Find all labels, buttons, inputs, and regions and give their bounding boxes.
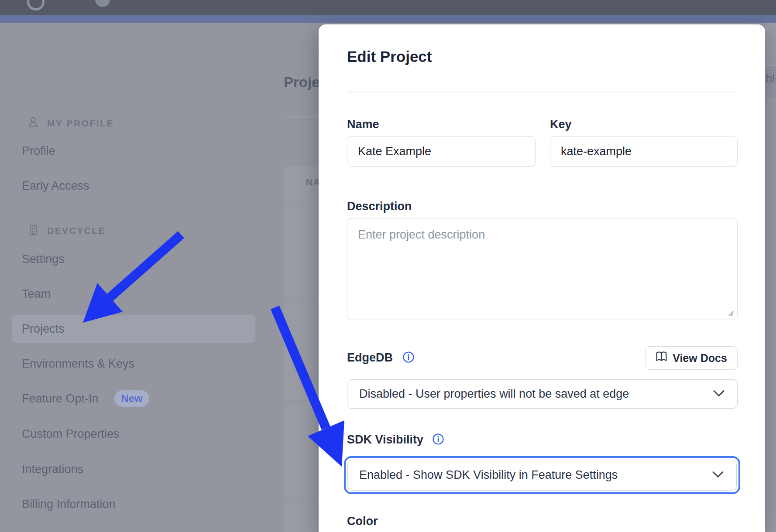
top-navigation-bar [0, 0, 776, 15]
name-input[interactable] [347, 136, 536, 167]
resize-handle-icon[interactable] [724, 307, 734, 317]
topbar-accent-bar [0, 15, 776, 23]
edgedb-label: EdgeDB [347, 350, 393, 365]
edit-project-modal: Edit Project Name Key Description EdgeDB… [319, 24, 765, 532]
sidebar-item-environments-keys[interactable]: Environments & Keys [22, 356, 134, 371]
sidebar-item-integrations[interactable]: Integrations [22, 462, 83, 477]
info-icon[interactable] [432, 433, 444, 445]
background-table-header-partial: NA [306, 177, 319, 188]
sidebar-item-projects[interactable]: Projects [22, 321, 65, 336]
description-textarea[interactable] [347, 218, 738, 320]
background-right-sliver: ble [765, 23, 776, 532]
sidebar-item-custom-properties[interactable]: Custom Properties [22, 426, 120, 441]
key-label: Key [550, 117, 572, 132]
modal-title-divider [347, 92, 738, 92]
view-docs-label: View Docs [673, 352, 727, 365]
key-input[interactable] [550, 136, 738, 167]
name-label: Name [347, 117, 379, 132]
building-icon [27, 224, 39, 236]
sidebar-item-early-access[interactable]: Early Access [22, 178, 89, 193]
arrow-to-projects [83, 231, 184, 323]
chevron-down-icon [712, 471, 724, 480]
info-icon[interactable] [402, 351, 415, 363]
background-right-text-partial: ble [766, 72, 776, 85]
view-docs-button[interactable]: View Docs [645, 346, 738, 370]
background-page-title-partial: Proje [284, 74, 319, 92]
modal-title: Edit Project [347, 47, 432, 66]
background-title-divider [284, 116, 319, 117]
edgedb-selected-option: Disabled - User properties will not be s… [347, 387, 629, 401]
person-icon [27, 116, 39, 128]
background-table-card: NA [284, 166, 319, 532]
chevron-down-icon [713, 389, 725, 399]
edgedb-select[interactable]: Disabled - User properties will not be s… [347, 379, 738, 409]
sidebar-section-my-profile: MY PROFILE [47, 116, 114, 131]
background-row-divider [284, 301, 319, 302]
description-label: Description [347, 199, 412, 214]
background-row-divider [284, 499, 319, 500]
sdk-visibility-focus-ring: Enabled - Show SDK Visibility in Feature… [344, 456, 740, 494]
sdk-visibility-selected-option: Enabled - Show SDK Visibility in Feature… [348, 468, 618, 482]
sidebar-item-team[interactable]: Team [22, 286, 51, 301]
sdk-visibility-label: SDK Visibility [347, 432, 423, 447]
sidebar-section-devcycle: DEVCYCLE [47, 223, 106, 238]
sidebar-item-billing-information[interactable]: Billing Information [22, 497, 116, 512]
color-label: Color [347, 514, 378, 529]
background-row-divider [284, 201, 319, 201]
sidebar-item-feature-opt-in[interactable]: Feature Opt-In [22, 391, 99, 406]
sidebar-item-profile[interactable]: Profile [22, 143, 55, 158]
book-icon [656, 351, 667, 365]
sidebar-item-settings[interactable]: Settings [22, 252, 65, 266]
sdk-visibility-select[interactable]: Enabled - Show SDK Visibility in Feature… [347, 460, 737, 491]
new-badge: New [114, 390, 149, 407]
topbar-avatar-partial [95, 0, 110, 7]
background-row-divider [284, 400, 319, 401]
topbar-logo-glyph [27, 0, 45, 10]
